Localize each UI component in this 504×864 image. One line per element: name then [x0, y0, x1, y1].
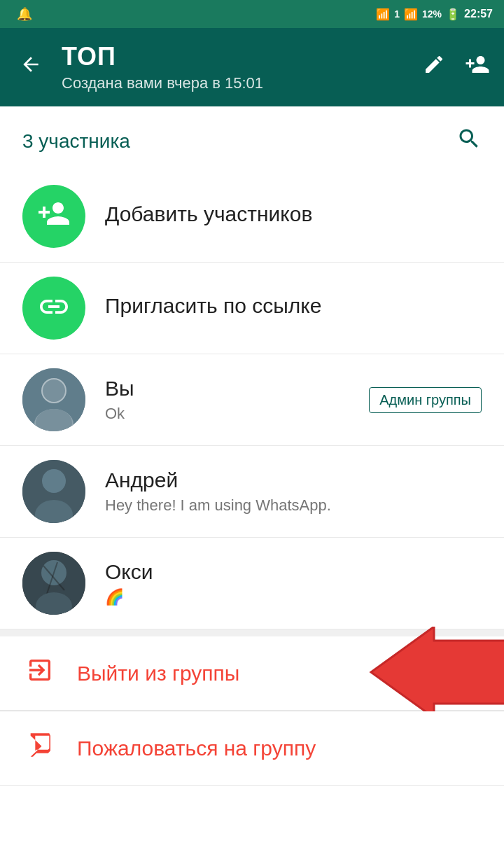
link-icon	[37, 290, 71, 326]
member-andrey-item[interactable]: Андрей Hey there! I am using WhatsApp.	[0, 446, 504, 538]
app-bar: ТОП Создана вами вчера в 15:01	[0, 28, 504, 106]
add-person-button[interactable]	[465, 52, 490, 83]
exit-group-label: Выйти из группы	[77, 662, 239, 685]
member-andrey-text: Андрей Hey there! I am using WhatsApp.	[105, 468, 482, 515]
invite-link-item[interactable]: Пригласить по ссылке	[0, 263, 504, 354]
member-oksi-item[interactable]: Окси 🌈	[0, 538, 504, 629]
group-title: ТОП	[62, 42, 409, 71]
member-you-status: Ok	[105, 405, 369, 423]
add-members-label: Добавить участников	[105, 202, 482, 226]
svg-point-3	[43, 379, 65, 402]
battery-icon: 🔋	[446, 8, 460, 21]
status-bar-left: 🔔	[11, 6, 369, 22]
invite-link-label: Пригласить по ссылке	[105, 294, 482, 318]
battery-level: 12%	[422, 8, 442, 20]
member-andrey-avatar	[22, 460, 85, 523]
member-oksi-text: Окси 🌈	[105, 560, 482, 606]
add-members-item[interactable]: Добавить участников	[0, 171, 504, 263]
participants-count: 3 участника	[22, 130, 130, 153]
wifi-icon: 📶	[376, 8, 390, 21]
member-oksi-avatar	[22, 552, 85, 615]
app-bar-actions	[423, 52, 490, 83]
report-group-item[interactable]: Пожаловаться на группу	[0, 711, 504, 786]
status-icons: 📶 1 📶 12% 🔋 22:57	[376, 8, 493, 21]
signal-bars-icon: 📶	[404, 8, 418, 21]
member-oksi-name: Окси	[105, 560, 482, 584]
notification-icon: 🔔	[17, 6, 32, 22]
add-person-icon	[37, 197, 71, 237]
report-icon	[22, 731, 57, 765]
member-andrey-name: Андрей	[105, 468, 482, 492]
member-you-item[interactable]: Вы Ok Админ группы	[0, 354, 504, 446]
svg-point-6	[42, 469, 66, 493]
arrow-annotation	[329, 627, 504, 720]
member-andrey-status: Hey there! I am using WhatsApp.	[105, 496, 482, 515]
app-bar-title-section: ТОП Создана вами вчера в 15:01	[62, 42, 409, 92]
svg-marker-13	[371, 627, 504, 718]
participants-header: 3 участника	[0, 106, 504, 171]
section-separator	[0, 629, 504, 636]
member-oksi-status: 🌈	[105, 588, 482, 606]
group-subtitle: Создана вами вчера в 15:01	[62, 74, 409, 92]
exit-icon	[22, 656, 57, 690]
search-button[interactable]	[456, 126, 482, 157]
add-members-text: Добавить участников	[105, 202, 482, 230]
signal-number: 1	[394, 8, 400, 20]
clock: 22:57	[464, 8, 493, 20]
invite-link-text: Пригласить по ссылке	[105, 294, 482, 322]
add-members-avatar	[22, 185, 85, 248]
invite-link-avatar	[22, 277, 85, 340]
back-button[interactable]	[14, 48, 48, 87]
member-you-avatar	[22, 368, 85, 431]
member-you-name: Вы	[105, 377, 369, 400]
status-bar: 🔔 📶 1 📶 12% 🔋 22:57	[0, 0, 504, 28]
report-group-label: Пожаловаться на группу	[77, 737, 316, 760]
admin-badge: Админ группы	[369, 387, 482, 413]
edit-button[interactable]	[423, 53, 445, 81]
exit-group-item[interactable]: Выйти из группы	[0, 636, 504, 711]
member-you-text: Вы Ok	[105, 377, 369, 423]
